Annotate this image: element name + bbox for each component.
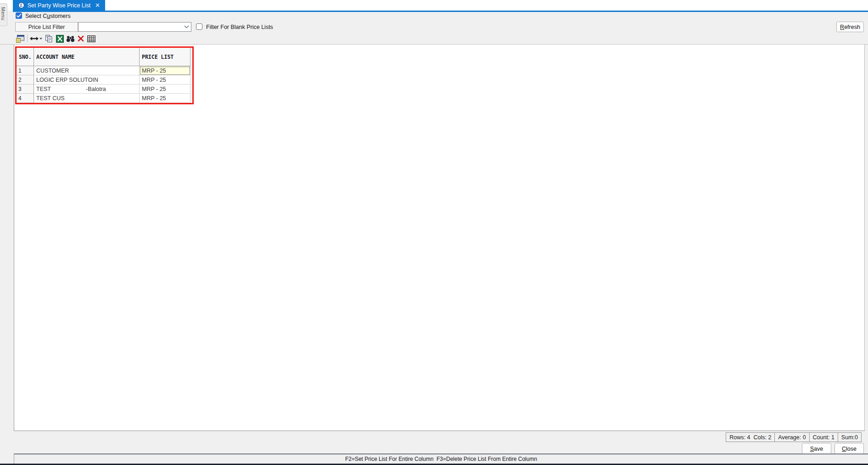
tab-bar: L Set Party Wise Price List ✕ (0, 0, 868, 11)
tab-title: Set Party Wise Price List (25, 2, 93, 9)
grid-filler (190, 48, 192, 66)
price-list-filter-label: Price List Filter (15, 22, 78, 32)
column-width-button[interactable] (29, 34, 43, 44)
find-button[interactable] (65, 34, 76, 44)
logic-erp-logo-icon: L (18, 2, 25, 9)
export-excel-button[interactable] (54, 34, 65, 44)
chevron-down-icon (184, 25, 189, 28)
price-list-filter-combobox[interactable] (78, 22, 191, 32)
party-price-grid: SNO. ACCOUNT NAME PRICE LIST 1 CUSTOMER … (15, 46, 194, 104)
column-header-account-name[interactable]: ACCOUNT NAME (34, 48, 140, 66)
grid-properties-icon (16, 34, 25, 43)
status-sum: Sum:0 (838, 432, 862, 442)
tab-set-party-wise-price-list[interactable]: L Set Party Wise Price List ✕ (13, 0, 105, 11)
status-average: Average: 0 (774, 432, 809, 442)
table-row: 2 LOGIC ERP SOLUTOIN MRP - 25 (17, 75, 192, 85)
grid-table-icon (87, 35, 95, 42)
grid-header-row: SNO. ACCOUNT NAME PRICE LIST (17, 48, 192, 66)
copy-button[interactable] (43, 34, 54, 44)
grid-status-bar: Rows: 4 Cols: 2 Average: 0 Count: 1 Sum:… (726, 432, 862, 442)
row-number-cell[interactable]: 2 (17, 75, 34, 85)
tab-close-icon[interactable]: ✕ (93, 2, 102, 9)
export-excel-icon (56, 35, 64, 43)
table-row: 4 TEST CUS MRP - 25 (17, 94, 192, 103)
row-number-cell[interactable]: 3 (17, 85, 34, 94)
grid-filler (190, 94, 192, 103)
grid-view-button[interactable] (86, 34, 97, 44)
price-list-cell[interactable]: MRP - 25 (140, 85, 190, 94)
status-rows-cols: Rows: 4 Cols: 2 (726, 432, 775, 442)
menu-side-tab-label: Menu (0, 7, 6, 21)
column-header-sno[interactable]: SNO. (17, 48, 34, 66)
status-count: Count: 1 (809, 432, 838, 442)
close-button[interactable]: Close (834, 443, 864, 454)
grid-properties-button[interactable] (15, 34, 26, 44)
column-width-icon (29, 35, 42, 42)
price-list-cell[interactable]: MRP - 25 (140, 75, 190, 85)
table-row: 1 CUSTOMER MRP - 25 (17, 66, 192, 75)
account-name-cell[interactable]: TEST-Balotra (34, 85, 140, 94)
check-icon (17, 14, 21, 18)
keyboard-hint-text: F2=Set Price List For Entire Column F3=D… (345, 456, 537, 462)
account-name-cell[interactable]: TEST CUS (34, 94, 140, 103)
account-name-cell[interactable]: CUSTOMER (34, 66, 140, 75)
account-name-cell[interactable]: LOGIC ERP SOLUTOIN (34, 75, 140, 85)
save-button[interactable]: Save (802, 443, 831, 454)
price-list-cell[interactable]: MRP - 25 (140, 94, 190, 103)
keyboard-hint-bar: F2=Set Price List For Entire Column F3=D… (14, 454, 868, 464)
delete-x-icon (77, 35, 84, 42)
table-row: 3 TEST-Balotra MRP - 25 (17, 85, 192, 94)
row-number-cell[interactable]: 4 (17, 94, 34, 103)
grid-filler (190, 75, 192, 85)
select-customers-checkbox[interactable] (16, 12, 22, 19)
grid-toolbar (0, 33, 868, 45)
column-header-price-list[interactable]: PRICE LIST (140, 48, 190, 66)
delete-button[interactable] (75, 34, 86, 44)
refresh-button[interactable]: Refresh (836, 22, 864, 32)
grid-filler (190, 66, 192, 75)
filter-blank-price-lists-checkbox[interactable] (196, 23, 202, 30)
copy-icon (45, 34, 53, 43)
app-window: L Set Party Wise Price List ✕ Menu Selec… (0, 0, 868, 465)
row-number-cell[interactable]: 1 (17, 66, 34, 75)
menu-side-tab[interactable]: Menu (0, 3, 7, 26)
binoculars-find-icon (66, 35, 75, 43)
toolbar-separator (27, 34, 28, 42)
filter-blank-price-lists-label: Filter For Blank Price Lists (206, 24, 273, 30)
price-list-cell-focused[interactable]: MRP - 25 (140, 66, 190, 75)
select-customers-label: Select Customers (25, 13, 71, 19)
grid-filler (190, 85, 192, 94)
tab-underline (13, 11, 868, 12)
